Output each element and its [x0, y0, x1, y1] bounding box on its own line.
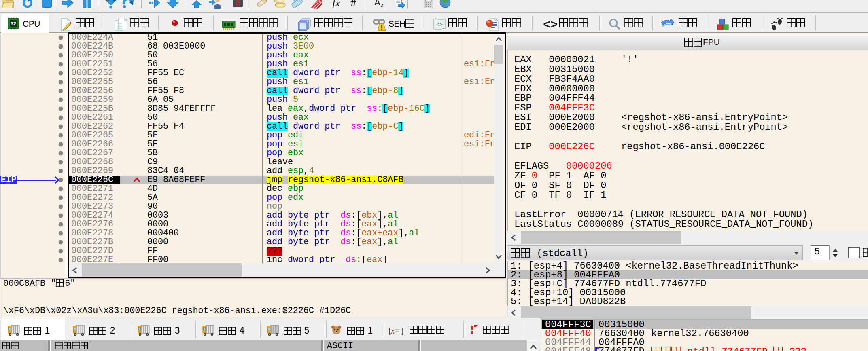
svg-text:<>: <> [543, 18, 558, 32]
svg-text:#: # [350, 0, 356, 9]
svg-text:=]: =] [395, 327, 405, 336]
svg-text:A: A [374, 0, 380, 7]
svg-text:<>: <> [436, 22, 443, 28]
svg-text:fx: fx [332, 0, 340, 9]
svg-text:!: ! [381, 24, 383, 31]
svg-text:S: S [236, 0, 240, 7]
svg-text:z: z [380, 1, 384, 8]
svg-text:32: 32 [11, 21, 16, 27]
svg-text:x: x [390, 326, 395, 335]
